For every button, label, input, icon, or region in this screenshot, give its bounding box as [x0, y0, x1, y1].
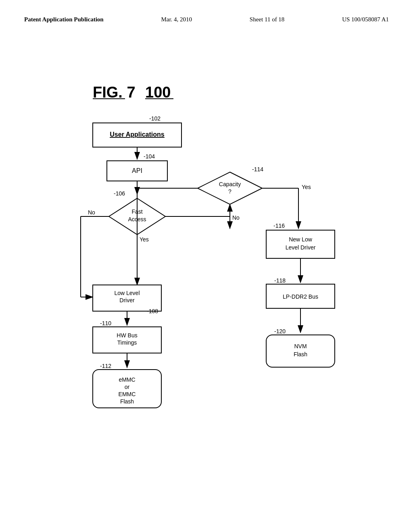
label-emmc-1: eMMC: [119, 376, 135, 383]
patent-number: US 100/058087 A1: [342, 16, 389, 23]
publication-label: Patent Application Publication: [24, 16, 104, 23]
label-hwbus-2: Timings: [117, 339, 137, 346]
label-lpddr2: LP-DDR2 Bus: [283, 293, 318, 300]
label-no-114: No: [232, 214, 240, 221]
flowchart-svg: FIG. 7 100 -102 User Applications -104 A…: [0, 31, 413, 523]
ref-104: -104: [144, 153, 155, 160]
ref-118: -118: [274, 277, 286, 284]
ref-106: -106: [114, 190, 125, 197]
label-capacity-2: ?: [228, 188, 232, 195]
ref-114: -114: [252, 166, 263, 172]
ref-120: -120: [274, 328, 286, 335]
ref-108: -108: [147, 308, 158, 314]
ref-112: -112: [100, 363, 111, 369]
label-nvm-2: Flash: [294, 351, 307, 357]
label-emmc-2: or: [125, 384, 130, 390]
label-api: API: [132, 167, 142, 174]
label-no-106: No: [88, 209, 95, 216]
ref-116: -116: [273, 222, 285, 229]
label-new-lld-2: Level Driver: [286, 244, 316, 251]
page-header: Patent Application Publication Mar. 4, 2…: [0, 0, 413, 31]
label-nvm-1: NVM: [294, 343, 307, 349]
fig-number: 100: [145, 84, 171, 101]
sheet-label: Sheet 11 of 18: [250, 16, 285, 23]
label-emmc-4: Flash: [120, 398, 134, 405]
ref-110: -110: [100, 320, 111, 326]
label-capacity-1: Capacity: [219, 181, 241, 187]
label-yes-106: Yes: [140, 236, 149, 243]
label-yes-114: Yes: [302, 184, 311, 190]
label-user-applications: User Applications: [110, 131, 165, 138]
date-label: Mar. 4, 2010: [161, 16, 192, 23]
label-lld-1: Low Level: [114, 290, 140, 296]
label-emmc-3: EMMC: [119, 391, 136, 397]
diagram-area: FIG. 7 100 -102 User Applications -104 A…: [0, 31, 413, 523]
label-lld-2: Driver: [119, 297, 135, 303]
label-hwbus-1: HW Bus: [117, 332, 137, 339]
fig-label: FIG. 7: [93, 84, 136, 101]
label-new-lld-1: New Low: [289, 236, 312, 243]
ref-102: -102: [149, 115, 161, 122]
